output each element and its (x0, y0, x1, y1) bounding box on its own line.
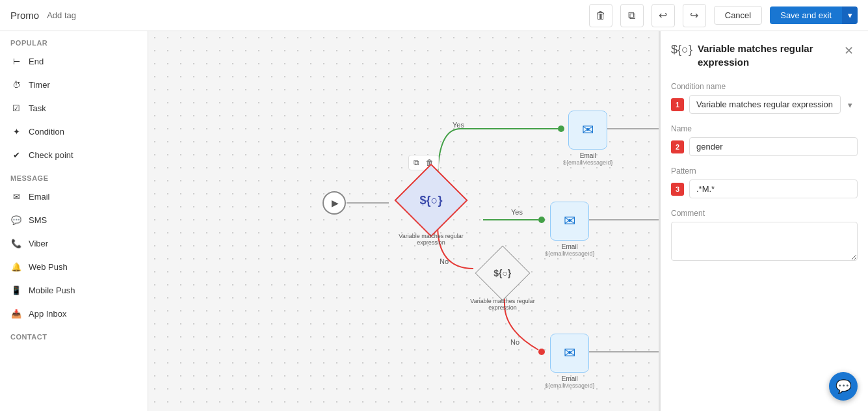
email-sublabel-1: ${emailMessageId} (563, 159, 613, 166)
comment-section: Comment (671, 209, 858, 263)
name-input[interactable] (689, 137, 858, 156)
play-node[interactable]: ▶ (322, 191, 346, 215)
sidebar-item-timer[interactable]: ⏱ Timer (0, 73, 148, 96)
name-row: 2 (671, 137, 858, 156)
sidebar-item-checkpoint[interactable]: ✔ Check point (0, 143, 148, 166)
sidebar-item-end[interactable]: ⊢ End (0, 49, 148, 73)
sidebar-item-task[interactable]: ☑ Task (0, 96, 148, 120)
name-label: Name (671, 124, 858, 133)
comment-textarea[interactable] (671, 222, 858, 261)
diamond-label: Variable matches regular (395, 233, 467, 239)
sidebar-item-condition[interactable]: ✦ Condition (0, 120, 148, 143)
condition-name-select-wrapper: Variable matches regular expression (689, 95, 858, 114)
sidebar-item-label-task: Task (29, 103, 46, 113)
email-node-2[interactable]: ✉ Email ${emailMessageId} (545, 202, 595, 257)
sidebar: Popular ⊢ End ⏱ Timer ☑ Task ✦ Condition… (0, 31, 148, 411)
sidebar-item-label-viber: Viber (29, 239, 48, 248)
sidebar-item-label-appinbox: App Inbox (29, 309, 67, 319)
sidebar-item-mobilepush[interactable]: 📱 Mobile Push (0, 278, 148, 302)
email-label-2: Email (562, 243, 578, 250)
timer-icon: ⏱ (10, 79, 22, 90)
section-label-popular: Popular (0, 31, 148, 49)
end-icon: ⊢ (10, 55, 22, 67)
section-label-contact: Contact (0, 325, 148, 343)
no-label-2: No (510, 338, 519, 346)
sidebar-item-label-checkpoint: Check point (29, 150, 73, 160)
section-label-message: Message (0, 166, 148, 185)
sidebar-item-webpush[interactable]: 🔔 Web Push (0, 255, 148, 278)
panel-close-button[interactable]: ✕ (839, 42, 858, 60)
node-copy-btn[interactable]: ⧉ (412, 157, 421, 168)
svg-point-3 (538, 217, 545, 223)
second-diamond-node[interactable]: ${○} Variable matches regular expression (483, 254, 522, 293)
mobilepush-icon: 📱 (10, 284, 22, 296)
sidebar-item-label-timer: Timer (29, 80, 50, 90)
name-section: Name 2 (671, 124, 858, 156)
selected-diamond-node[interactable]: ⧉ 🗑 ${○} Variable matches regular expres… (405, 174, 457, 226)
sidebar-item-label-mobilepush: Mobile Push (29, 285, 75, 295)
save-button-group: Save and exit ▾ (770, 7, 858, 24)
save-exit-button[interactable]: Save and exit (770, 7, 842, 24)
email-label-3: Email (562, 375, 578, 382)
right-panel: ${○} Variable matches regular expression… (660, 31, 868, 411)
pattern-section: Pattern 3 (671, 166, 858, 198)
add-tag-button[interactable]: Add tag (47, 10, 76, 20)
pattern-row: 3 (671, 179, 858, 198)
badge-2: 2 (671, 140, 684, 153)
cancel-button[interactable]: Cancel (714, 6, 762, 25)
no-label-1: No (440, 258, 449, 265)
canvas-divider (659, 31, 660, 411)
diamond2-sublabel: expression (467, 304, 538, 311)
panel-title: Variable matches regular expression (698, 42, 834, 69)
save-dropdown-button[interactable]: ▾ (842, 7, 858, 24)
project-title: Promo (10, 10, 39, 21)
diamond-sublabel: expression (395, 239, 467, 246)
topbar: Promo Add tag 🗑 ⧉ ↩ ↪ Cancel Save and ex… (0, 0, 868, 31)
condition-name-label: Condition name (671, 82, 858, 91)
appinbox-icon: 📥 (10, 308, 22, 319)
sidebar-item-appinbox[interactable]: 📥 App Inbox (0, 302, 148, 325)
delete-button[interactable]: 🗑 (589, 4, 612, 27)
email-sublabel-2: ${emailMessageId} (545, 250, 595, 257)
sidebar-item-sms[interactable]: 💬 SMS (0, 208, 148, 232)
email-sublabel-3: ${emailMessageId} (545, 382, 595, 389)
sidebar-item-label-sms: SMS (29, 215, 47, 225)
pattern-input[interactable] (689, 179, 858, 198)
condition-icon: ✦ (10, 126, 22, 137)
checkpoint-icon: ✔ (10, 149, 22, 161)
panel-header: ${○} Variable matches regular expression… (671, 42, 858, 69)
email-node-1[interactable]: ✉ Email ${emailMessageId} (563, 111, 613, 166)
task-icon: ☑ (10, 102, 22, 114)
email-icon-3: ✉ (564, 345, 575, 362)
chat-bubble-button[interactable]: 💬 (829, 372, 858, 401)
panel-icon: ${○} (671, 43, 692, 57)
sidebar-item-label-webpush: Web Push (29, 262, 68, 272)
pattern-label: Pattern (671, 166, 858, 176)
condition-name-section: Condition name 1 Variable matches regula… (671, 82, 858, 114)
sidebar-item-label-end: End (29, 57, 44, 66)
webpush-icon: 🔔 (10, 261, 22, 272)
sidebar-item-viber[interactable]: 📞 Viber (0, 232, 148, 255)
main-layout: Popular ⊢ End ⏱ Timer ☑ Task ✦ Condition… (0, 31, 868, 411)
canvas[interactable]: ▶ ⧉ 🗑 ${○} Variable matches regular expr… (148, 31, 660, 411)
copy-button[interactable]: ⧉ (620, 4, 644, 27)
yes-label-1: Yes (453, 121, 464, 129)
email-icon-2: ✉ (564, 213, 575, 230)
yes-label-2: Yes (511, 208, 523, 216)
sidebar-item-label-email: Email (29, 192, 50, 202)
sms-icon: 💬 (10, 214, 22, 226)
svg-point-5 (538, 349, 545, 355)
email-node-3[interactable]: ✉ Email ${emailMessageId} (545, 334, 595, 389)
email-icon: ✉ (10, 191, 22, 202)
sidebar-item-email[interactable]: ✉ Email (0, 185, 148, 208)
redo-button[interactable]: ↪ (683, 4, 706, 27)
condition-name-select[interactable]: Variable matches regular expression (689, 95, 841, 114)
email-label-1: Email (580, 152, 596, 159)
badge-3: 3 (671, 183, 684, 196)
condition-name-row: 1 Variable matches regular expression (671, 95, 858, 114)
viber-icon: 📞 (10, 237, 22, 249)
sidebar-item-label-condition: Condition (29, 127, 64, 137)
email-icon-1: ✉ (582, 122, 594, 139)
badge-1: 1 (671, 98, 684, 111)
undo-button[interactable]: ↩ (651, 4, 675, 27)
